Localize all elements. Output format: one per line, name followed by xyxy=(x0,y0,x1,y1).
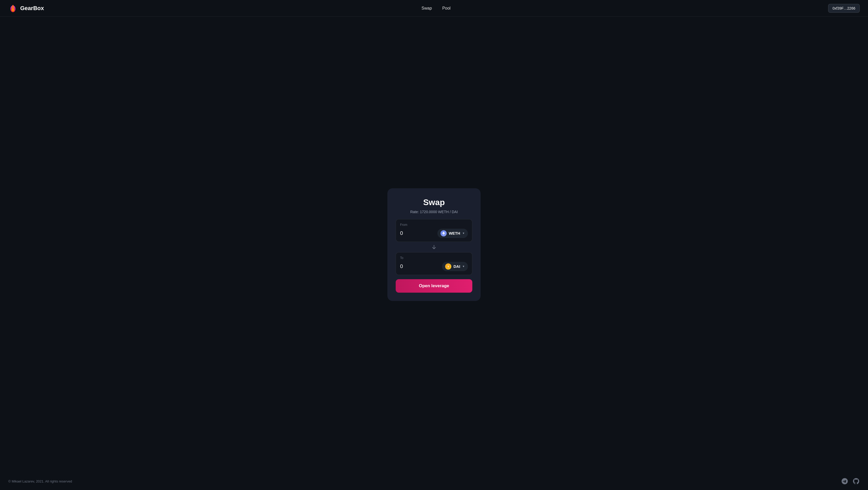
swap-card: Swap Rate: 1720.0000 WETH / DAI From WET… xyxy=(388,188,480,301)
svg-text:$: $ xyxy=(448,265,449,268)
from-token-row: WETH ▼ xyxy=(400,229,468,238)
from-amount-input[interactable] xyxy=(400,230,431,236)
from-token-name: WETH xyxy=(449,231,460,236)
nav-pool[interactable]: Pool xyxy=(442,6,451,11)
swap-rate: Rate: 1720.0000 WETH / DAI xyxy=(410,210,458,214)
logo-text: GearBox xyxy=(20,5,44,12)
wallet-address-button[interactable]: 0xf39F…2266 xyxy=(828,4,860,13)
footer: © Mikael Lazarev, 2021. All rights reser… xyxy=(0,472,868,490)
footer-icons xyxy=(841,478,860,485)
nav-swap[interactable]: Swap xyxy=(422,6,432,11)
gearbox-logo-icon xyxy=(8,4,18,13)
to-chevron-icon: ▼ xyxy=(462,265,465,268)
svg-point-1 xyxy=(12,8,14,11)
logo[interactable]: GearBox xyxy=(8,4,44,13)
from-token-selector[interactable]: WETH ▼ xyxy=(437,229,468,238)
footer-copyright: © Mikael Lazarev, 2021. All rights reser… xyxy=(8,479,72,483)
to-label: To xyxy=(400,256,468,260)
github-icon[interactable] xyxy=(852,478,860,485)
dai-icon: $ xyxy=(445,264,451,270)
open-leverage-button[interactable]: Open leverage xyxy=(396,279,472,293)
weth-icon xyxy=(440,230,447,237)
to-token-row: $ DAI ▼ xyxy=(400,262,468,271)
to-token-selector[interactable]: $ DAI ▼ xyxy=(442,262,468,271)
telegram-icon[interactable] xyxy=(841,478,848,485)
swap-title: Swap xyxy=(423,197,445,207)
to-token-box: To $ DAI ▼ xyxy=(396,252,472,275)
to-amount-input[interactable] xyxy=(400,264,431,269)
from-label: From xyxy=(400,223,468,226)
main-nav: Swap Pool xyxy=(422,6,451,11)
from-token-box: From WETH ▼ xyxy=(396,219,472,242)
from-chevron-icon: ▼ xyxy=(462,232,465,235)
swap-direction-arrow xyxy=(396,242,472,252)
to-token-name: DAI xyxy=(454,264,460,269)
